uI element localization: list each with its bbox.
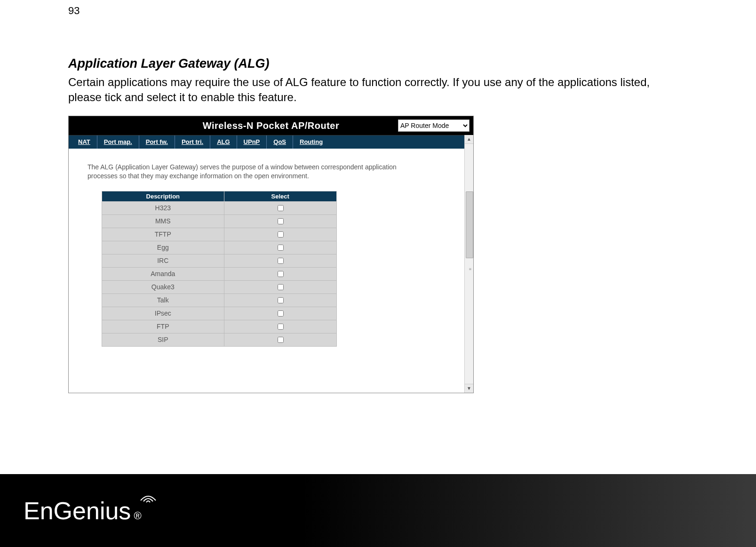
tab-nat[interactable]: NAT (72, 135, 97, 149)
tab-upnp[interactable]: UPnP (237, 135, 267, 149)
row-desc: SIP (102, 333, 224, 346)
tab-qos[interactable]: QoS (267, 135, 293, 149)
row-desc: IPsec (102, 307, 224, 320)
alg-table: Description Select H323 MMS TFTP (102, 191, 337, 347)
wifi-icon (139, 490, 158, 504)
row-checkbox[interactable] (278, 284, 284, 290)
row-desc: IRC (102, 254, 224, 267)
row-desc: Talk (102, 293, 224, 307)
brand-logo: EnGenius ® (24, 497, 142, 525)
tab-port-map[interactable]: Port map. (97, 135, 139, 149)
table-row: MMS (102, 214, 337, 228)
table-row: Talk (102, 293, 337, 307)
table-row: TFTP (102, 228, 337, 241)
row-checkbox[interactable] (278, 271, 284, 277)
app-frame: Wireless-N Pocket AP/Router AP Router Mo… (68, 116, 474, 393)
row-checkbox[interactable] (278, 245, 284, 251)
row-checkbox[interactable] (278, 258, 284, 264)
brand-text: EnGenius (24, 497, 131, 525)
scroll-up-icon[interactable]: ▲ (465, 135, 473, 144)
row-desc: Quake3 (102, 280, 224, 293)
table-row: H323 (102, 201, 337, 214)
row-desc: H323 (102, 201, 224, 214)
footer-bar: EnGenius ® (0, 474, 756, 547)
col-header-description: Description (102, 191, 224, 201)
tab-port-fw[interactable]: Port fw. (139, 135, 175, 149)
page-number: 93 (68, 5, 80, 17)
table-row: Quake3 (102, 280, 337, 293)
row-checkbox[interactable] (278, 324, 284, 330)
section-title: Application Layer Gateway (ALG) (68, 56, 680, 71)
row-checkbox[interactable] (278, 231, 284, 238)
row-desc: TFTP (102, 228, 224, 241)
tab-alg[interactable]: ALG (210, 135, 237, 149)
row-desc: Amanda (102, 267, 224, 280)
col-header-select: Select (224, 191, 336, 201)
row-desc: MMS (102, 214, 224, 228)
nav-tabs: NAT Port map. Port fw. Port tri. ALG UPn… (69, 135, 473, 149)
tab-port-tri[interactable]: Port tri. (175, 135, 210, 149)
table-row: SIP (102, 333, 337, 346)
table-row: IPsec (102, 307, 337, 320)
row-checkbox[interactable] (278, 310, 284, 317)
app-header: Wireless-N Pocket AP/Router AP Router Mo… (69, 116, 473, 135)
tab-routing[interactable]: Routing (293, 135, 329, 149)
registered-mark: ® (134, 510, 141, 522)
table-row: FTP (102, 320, 337, 333)
main-panel: The ALG (Application Layer Gateway) serv… (69, 149, 473, 351)
row-checkbox[interactable] (278, 205, 284, 211)
row-desc: FTP (102, 320, 224, 333)
row-desc: Egg (102, 241, 224, 254)
scroll-thumb[interactable] (466, 191, 473, 258)
section-body: Certain applications may require the use… (68, 75, 680, 105)
table-row: Egg (102, 241, 337, 254)
table-row: Amanda (102, 267, 337, 280)
row-checkbox[interactable] (278, 337, 284, 343)
content-area: Application Layer Gateway (ALG) Certain … (68, 56, 680, 393)
table-row: IRC (102, 254, 337, 267)
scroll-down-icon[interactable]: ▼ (465, 384, 473, 393)
intro-text: The ALG (Application Layer Gateway) serv… (88, 163, 426, 181)
app-title: Wireless-N Pocket AP/Router (203, 116, 339, 135)
scrollbar[interactable]: ▲ ≡ ▼ (464, 135, 473, 393)
scroll-grip-icon: ≡ (469, 267, 471, 271)
row-checkbox[interactable] (278, 218, 284, 224)
row-checkbox[interactable] (278, 297, 284, 303)
mode-select[interactable]: AP Router Mode (398, 119, 470, 132)
